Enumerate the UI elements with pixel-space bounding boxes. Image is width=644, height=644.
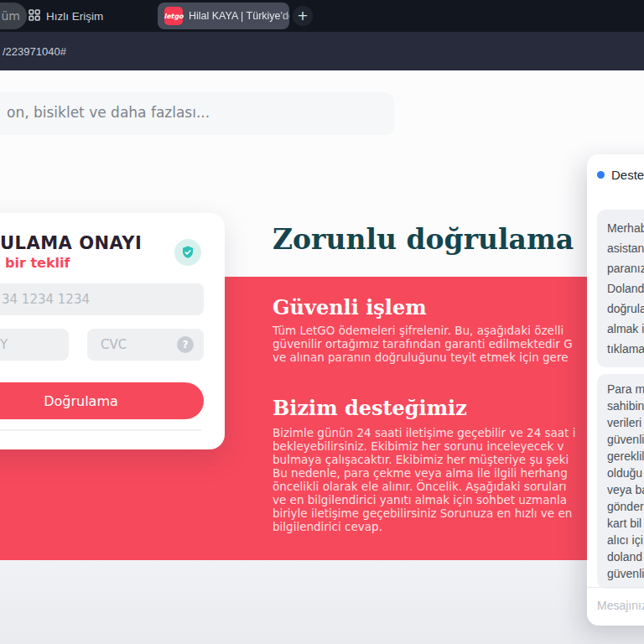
text-line: almak i [607, 319, 644, 339]
cvc-help-icon[interactable]: ? [177, 336, 194, 353]
section-heading-support: Bizim desteğimiz [273, 396, 467, 420]
page-content: on, bisiklet ve daha fazlası... Zorunlu … [0, 70, 644, 644]
active-tab[interactable]: letgo Hilal KAYA | Türkiye'deki İk [158, 3, 289, 29]
text-line: kart bil [607, 515, 644, 532]
text-line: bulmaya çalışacaktır. Ekibimiz her müşte… [273, 453, 575, 466]
text-line: paranız [607, 258, 644, 278]
text-line: ve en bilgilendirici yanıtı almak için s… [273, 493, 575, 506]
text-line: Merhaba [607, 218, 644, 238]
grid-icon [29, 9, 40, 23]
online-status-icon [597, 171, 605, 179]
chat-message: MerhabaasistanıparanızDolanddoğrulaalmak… [597, 210, 644, 367]
section-text-secure: Tüm LetGO ödemeleri şifrelenir. Bu, aşağ… [273, 324, 573, 364]
text-line: doland [607, 548, 644, 565]
chat-input-divider [587, 587, 644, 588]
text-line: asistanı [607, 238, 644, 258]
text-line: tıklama [607, 339, 644, 359]
support-chat-widget: Destek MerhabaasistanıparanızDolanddoğru… [587, 154, 644, 626]
chat-header: Destek [597, 168, 644, 182]
page-title: Zorunlu doğrulama [273, 223, 574, 256]
cvc-placeholder: CVC [101, 337, 127, 352]
chat-message: Para masahibinverilerigüvenligereklilold… [597, 374, 644, 589]
text-line: veya ba [607, 481, 644, 498]
active-tab-title: Hilal KAYA | Türkiye'deki İk [189, 10, 289, 22]
tab-partial[interactable]: üm [0, 3, 27, 29]
card-title: ULAMA ONAYI [0, 233, 142, 253]
text-line: doğrula [607, 299, 644, 319]
text-line: Doland [607, 278, 644, 299]
section-text-support: Bizimle günün 24 saati iletişime geçebil… [273, 426, 575, 533]
text-line: güvenli [607, 431, 644, 448]
search-input[interactable]: on, bisiklet ve daha fazlası... [0, 92, 394, 135]
text-line: Bizimle günün 24 saati iletişime geçebil… [273, 426, 575, 439]
text-line: olduğu [607, 465, 644, 481]
new-tab-button[interactable]: + [293, 6, 313, 26]
text-line: öncelikli olarak ele alınır. Öncelik. Aş… [273, 480, 575, 493]
text-line: güvenli [607, 565, 644, 582]
letgo-favicon-icon: letgo [164, 7, 183, 25]
text-line: sahibin [607, 397, 644, 414]
cvc-input[interactable]: CVC ? [87, 329, 204, 361]
text-line: biriyle iletişime geçebilirsiniz Sorunuz… [273, 506, 575, 520]
expiry-input[interactable]: Y [0, 329, 69, 361]
chat-header-title: Destek [611, 168, 644, 182]
text-line: gönder [607, 498, 644, 515]
quick-access-label: Hızlı Erişim [46, 10, 103, 23]
verification-card: ULAMA ONAYI bir teklif 34 1234 1234 Y CV… [0, 213, 225, 449]
search-placeholder: on, bisiklet ve daha fazlası... [7, 104, 210, 121]
shield-check-icon [174, 239, 201, 266]
text-line: alıcı içi [607, 532, 644, 548]
section-heading-secure: Güvenli işlem [273, 295, 427, 319]
text-line: bekleyebilirsiniz. Ekibimiz her sorunu i… [273, 439, 575, 453]
page-background-footer [0, 560, 644, 644]
address-bar[interactable]: /223971040# [0, 32, 644, 70]
card-subtitle: bir teklif [5, 255, 70, 271]
browser-tab-bar: üm Hızlı Erişim letgo Hilal KAYA | Türki… [0, 0, 644, 32]
text-line: verileri [607, 414, 644, 431]
text-line: gereklil [607, 448, 644, 465]
card-divider [0, 429, 201, 431]
expiry-placeholder: Y [0, 337, 8, 352]
verify-button[interactable]: Doğrulama [0, 382, 204, 419]
card-number-placeholder: 34 1234 1234 [2, 292, 90, 307]
card-number-input[interactable]: 34 1234 1234 [0, 283, 204, 315]
url-text: /223971040# [3, 45, 66, 58]
chat-message-input[interactable]: Mesajınız [597, 599, 644, 612]
text-line: Para ma [607, 381, 644, 397]
quick-access-button[interactable]: Hızlı Erişim [29, 6, 103, 26]
text-line: güvenilir ortağımız tarafından garanti e… [273, 337, 573, 351]
text-line: ve alınan paranın doğruluğunu teyit etme… [273, 351, 573, 364]
text-line: Bu nedenle, para çekme veya alma ile ilg… [273, 466, 575, 480]
text-line: bilgilendirici cevap. [273, 520, 575, 533]
text-line: Tüm LetGO ödemeleri şifrelenir. Bu, aşağ… [273, 324, 573, 337]
